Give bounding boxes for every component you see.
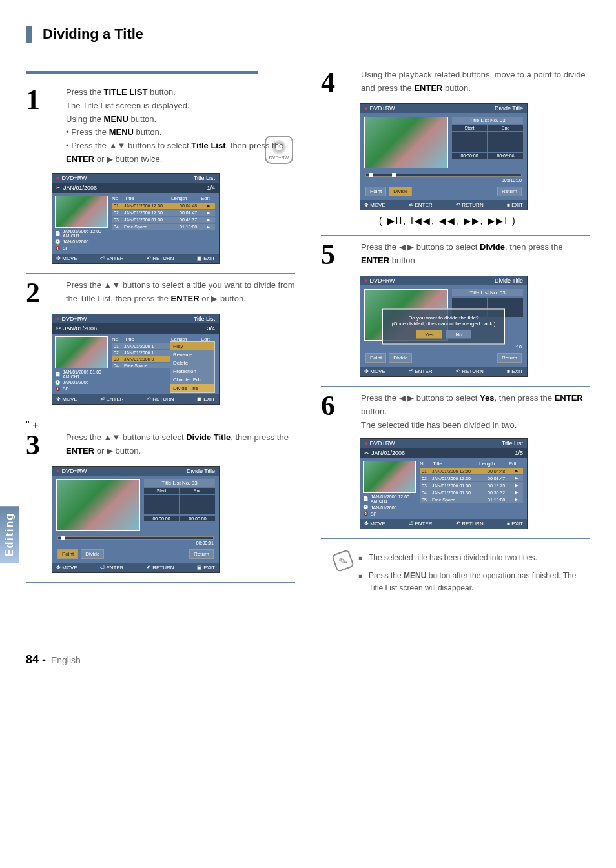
step-2: 2 Press the ▲▼ buttons to select a title… xyxy=(26,279,295,307)
end-label: End xyxy=(180,488,215,494)
preview xyxy=(364,117,448,168)
list-row[interactable]: 01JAN/01/2006 12:0000:04:48▶ xyxy=(420,468,523,474)
thumb-meta: 🕐 JAN/01/2006 xyxy=(363,505,416,510)
exit-icon: ■ EXIT xyxy=(507,368,523,374)
list-row[interactable]: 04Free Space01:13:08▶ xyxy=(112,224,215,230)
left-column: Editing 1 Press the TITLE LIST button. T… xyxy=(26,68,295,614)
thumbnail xyxy=(363,461,416,493)
screen-title: Title List xyxy=(194,316,215,322)
list-row[interactable]: 01JAN/01/2006 12:0000:04:48▶ xyxy=(112,203,215,209)
step-body: Press the ▲▼ buttons to select a title y… xyxy=(66,279,295,307)
divide-top: Title List No. 03 Start End 00:00:00 00:… xyxy=(360,113,527,172)
menu-play[interactable]: Play xyxy=(170,342,214,350)
screen-title: Title List xyxy=(194,175,215,181)
return-button[interactable]: Return xyxy=(497,187,522,196)
menu-key: MENU xyxy=(109,127,134,137)
modal-buttons: Yes No xyxy=(388,330,499,338)
enter-key: ENTER xyxy=(555,393,583,403)
return-button[interactable]: Return xyxy=(189,549,214,559)
step-1: 1 Press the TITLE LIST button. The Title… xyxy=(26,86,295,167)
panel-times: 00:00:00 00:05:06 xyxy=(452,153,523,159)
text: The selected title has been divided in t… xyxy=(361,420,517,430)
modal-text2: (Once divided, titles cannot be merged b… xyxy=(388,320,499,326)
enter-icon: ⏎ ENTER xyxy=(100,396,123,402)
point-button[interactable]: Point xyxy=(365,353,386,363)
screen-title: Divide Title xyxy=(495,278,523,284)
section-title: Dividing a Title xyxy=(26,26,590,43)
title-list-key: Title List xyxy=(191,141,225,150)
divide-button[interactable]: Divide xyxy=(81,549,104,559)
move-icon: ✥ MOVE xyxy=(364,202,385,208)
point-button[interactable]: Point xyxy=(365,187,386,196)
divide-button[interactable]: Divide xyxy=(389,187,412,196)
divider xyxy=(26,71,258,74)
text: or ▶ button. xyxy=(94,446,141,456)
side-panels: Title List No. 03 Start End 00:00:00 00:… xyxy=(452,117,523,168)
date-label: JAN/01/2006 xyxy=(56,325,97,332)
list-row[interactable]: 04JAN/01/2006 01:3000:30:32▶ xyxy=(420,489,523,496)
thumb-meta: 🕐 JAN/01/2006 xyxy=(55,239,108,245)
thumb-meta: 📄 JAN/01/2006 01:00 AM CH1 xyxy=(55,370,108,379)
screen-footer: ✥ MOVE ⏎ ENTER ↶ RETURN ■ EXIT xyxy=(360,200,527,210)
thumb-meta: 🔇 SP xyxy=(55,246,108,251)
yes-key: Yes xyxy=(480,393,494,403)
thumbnail xyxy=(55,336,108,368)
list-column: No. Title Length Edit 01JAN/01/2006 12:0… xyxy=(418,458,527,519)
end-preview xyxy=(488,132,523,152)
progress-bar[interactable] xyxy=(365,174,522,177)
exit-icon: ▣ EXIT xyxy=(197,396,215,402)
columns: Editing 1 Press the TITLE LIST button. T… xyxy=(26,68,590,614)
enter-key: ENTER xyxy=(66,446,94,456)
menu-rename[interactable]: Rename xyxy=(170,350,214,359)
text: button. xyxy=(389,256,417,265)
text: The Title List screen is displayed. xyxy=(66,101,189,110)
date-label: JAN/01/2006 xyxy=(56,185,97,191)
page-number: 84 - xyxy=(26,653,590,667)
exit-icon: ▣ EXIT xyxy=(197,256,215,261)
divide-title-key: Divide Title xyxy=(186,432,231,442)
panel-title: Title List No. 03 xyxy=(452,289,523,296)
point-button[interactable]: Point xyxy=(57,549,78,559)
list-row[interactable]: 02JAN/01/2006 12:3000:01:47▶ xyxy=(112,210,215,216)
screen-bar: JAN/01/2006 1/4 xyxy=(52,183,219,193)
divide-key: Divide xyxy=(480,242,505,252)
note-icon: ✎ xyxy=(331,549,354,572)
menu-protection[interactable]: Protection xyxy=(170,367,214,376)
progress-bar[interactable] xyxy=(57,536,214,540)
list-header: No. Title Length Edit xyxy=(112,196,215,201)
move-icon: ✥ MOVE xyxy=(56,565,77,570)
enter-icon: ⏎ ENTER xyxy=(409,368,432,374)
list-row[interactable]: 02JAN/01/2006 12:3000:01:47▶ xyxy=(420,475,523,481)
step-number: 2 xyxy=(26,279,57,307)
menu-divide-title[interactable]: Divide Title xyxy=(170,384,214,392)
progress-label: :10 xyxy=(365,345,522,349)
thumb-meta: 📄 JAN/01/2006 12:00 AM CH1 xyxy=(55,229,108,238)
enter-icon: ⏎ ENTER xyxy=(409,521,432,527)
side-tab: Editing xyxy=(0,506,19,563)
screen-footer: ✥ MOVE ⏎ ENTER ↶ RETURN ▣ EXIT xyxy=(52,563,219,572)
yes-button[interactable]: Yes xyxy=(416,330,442,338)
playback-keys: ( ▶II, I◀◀, ◀◀, ▶▶, ▶▶I ) xyxy=(379,216,590,226)
menu-delete[interactable]: Delete xyxy=(170,359,214,367)
bullet: • Press the xyxy=(66,127,109,137)
screen-body: 📄 JAN/01/2006 12:00 AM CH1 🕐 JAN/01/2006… xyxy=(52,193,219,254)
screen-header: DVD+RW Divide Title xyxy=(360,276,527,285)
return-button[interactable]: Return xyxy=(497,353,522,363)
text: Press the ◀ ▶ buttons to select xyxy=(361,242,480,252)
list-row[interactable]: 03JAN/01/2006 01:0000:49:37▶ xyxy=(112,217,215,223)
step-body: Using the playback related buttons, move… xyxy=(361,68,590,97)
screen-title: Title List xyxy=(502,440,523,447)
no-button[interactable]: No xyxy=(446,330,471,338)
step-6: 6 Press the ◀ ▶ buttons to select Yes, t… xyxy=(321,392,590,432)
return-icon: ↶ RETURN xyxy=(147,256,174,261)
note-body: The selected title has been divided into… xyxy=(358,552,590,600)
menu-chapter-edit[interactable]: Chapter Edit xyxy=(170,376,214,384)
thumb-meta: 🔇 SP xyxy=(363,511,416,516)
step-body: Press the ◀ ▶ buttons to select Divide, … xyxy=(361,241,590,269)
screen-footer: ✥ MOVE ⏎ ENTER ↶ RETURN ▣ EXIT xyxy=(52,254,219,263)
enter-key: ENTER xyxy=(414,83,442,93)
list-row[interactable]: 05Free Space01:13:08▶ xyxy=(420,496,523,503)
return-icon: ↶ RETURN xyxy=(147,565,174,570)
list-row[interactable]: 03JAN/01/2006 01:0000:19:25▶ xyxy=(420,482,523,489)
divide-button[interactable]: Divide xyxy=(389,353,412,363)
